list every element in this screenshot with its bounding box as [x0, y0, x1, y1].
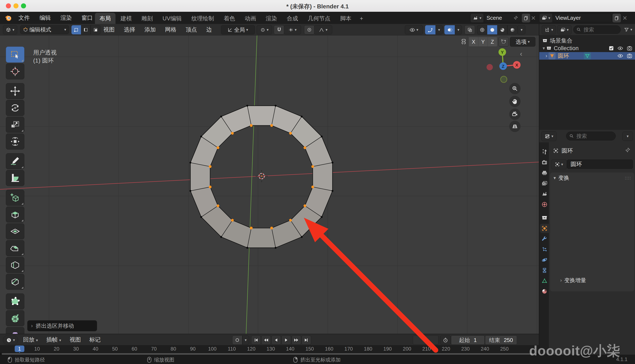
tool-poly-build-button[interactable]: [6, 294, 24, 310]
mirror-icon[interactable]: [460, 37, 468, 46]
shading-rendered-button[interactable]: [507, 25, 518, 34]
tool-cursor-button[interactable]: [6, 64, 24, 79]
properties-tab-output[interactable]: [540, 168, 549, 178]
workspace-tab[interactable]: 布局: [95, 13, 116, 24]
proportional-edit-toggle[interactable]: [304, 25, 314, 34]
current-frame-field[interactable]: 1: [413, 336, 438, 345]
mirror-x-button[interactable]: X: [469, 37, 478, 46]
properties-tab-render[interactable]: [540, 158, 549, 167]
properties-tab-scene[interactable]: [540, 189, 549, 198]
jump-end-button[interactable]: [302, 336, 311, 345]
select-mode-edge-button[interactable]: [81, 25, 91, 34]
viewport-3d[interactable]: [0, 35, 539, 334]
topbar-menu-item[interactable]: 窗口: [82, 14, 93, 22]
outliner-editor-dropdown[interactable]: ▾: [542, 25, 556, 34]
tool-inset-faces-button[interactable]: [6, 223, 24, 239]
visibility-dropdown[interactable]: ▾: [405, 25, 423, 34]
properties-tab-view-layer[interactable]: [540, 179, 549, 188]
tool-measure-button[interactable]: [6, 170, 24, 186]
eye-icon[interactable]: [617, 45, 623, 51]
checkbox-icon[interactable]: [608, 46, 614, 51]
blender-logo[interactable]: [4, 14, 12, 22]
tool-knife-button[interactable]: [6, 274, 24, 290]
tool-extrude-region-button[interactable]: [6, 206, 24, 222]
tool-spin-button[interactable]: [6, 310, 24, 326]
outliner-row-collection[interactable]: ▾ Collection: [539, 44, 635, 52]
properties-tab-object-data[interactable]: [540, 276, 549, 286]
scene-type-dropdown[interactable]: ▾: [470, 14, 484, 23]
xray-toggle[interactable]: [464, 25, 475, 34]
object-id-dropdown[interactable]: ▾: [551, 160, 567, 169]
tool-loop-cut-button[interactable]: [6, 257, 24, 273]
show-gizmo-toggle[interactable]: [425, 25, 436, 34]
workspace-tab[interactable]: 合成: [282, 13, 303, 24]
topbar-menu-item[interactable]: 渲染: [60, 14, 72, 22]
timeline-editor-dropdown[interactable]: ▾: [3, 336, 18, 345]
viewlayer-type-dropdown[interactable]: ▾: [539, 14, 553, 23]
properties-tab-material[interactable]: [540, 287, 549, 296]
eye-icon[interactable]: [617, 53, 623, 59]
proportional-falloff-dropdown[interactable]: ▾: [314, 25, 332, 34]
shading-settings-dropdown[interactable]: ▾: [518, 25, 526, 34]
tool-rotate-button[interactable]: [6, 100, 24, 116]
workspace-tab[interactable]: 渲染: [261, 13, 282, 24]
disclosure-icon[interactable]: ▾: [542, 46, 545, 51]
outliner-filter-dropdown[interactable]: ▾: [557, 25, 572, 34]
zoom-button[interactable]: [509, 83, 520, 94]
frame-end-field[interactable]: 结束 250: [485, 336, 517, 345]
keying-set-dropdown[interactable]: ▾: [242, 336, 249, 345]
properties-options-dropdown[interactable]: ▾: [622, 132, 633, 141]
remove-viewlayer-button[interactable]: ✕: [622, 15, 627, 22]
viewlayer-name-field[interactable]: ViewLayer: [553, 14, 612, 22]
use-preview-range-toggle[interactable]: [440, 336, 451, 345]
properties-tab-physics[interactable]: [540, 255, 549, 264]
editor-type-dropdown[interactable]: ▾: [3, 25, 17, 34]
select-mode-vertex-button[interactable]: [72, 25, 81, 34]
properties-tab-tool[interactable]: [540, 147, 549, 156]
add-workspace-button[interactable]: +: [356, 14, 367, 24]
outliner-search-input[interactable]: [583, 26, 616, 33]
play-reverse-button[interactable]: [271, 336, 281, 345]
timeline-ruler[interactable]: 1 10203040506070809010011012013014015016…: [0, 345, 539, 353]
properties-tab-object[interactable]: [540, 224, 549, 233]
camera-icon[interactable]: [626, 53, 632, 59]
properties-tab-modifiers[interactable]: [540, 234, 549, 244]
prev-keyframe-button[interactable]: [261, 336, 271, 345]
transform-deltas-subpanel[interactable]: › 变换增量: [560, 277, 586, 284]
shading-material-button[interactable]: [497, 25, 507, 34]
overlays-settings-dropdown[interactable]: ▾: [455, 25, 462, 34]
properties-tab-world[interactable]: [540, 200, 549, 209]
workspace-tab[interactable]: 脚本: [336, 13, 356, 24]
workspace-tab[interactable]: 动画: [240, 13, 261, 24]
object-name-field[interactable]: 圆环: [567, 160, 633, 169]
workspace-tab[interactable]: 纹理绘制: [187, 13, 219, 24]
frame-start-field[interactable]: 起始 1: [451, 336, 485, 345]
viewport-menu-item[interactable]: 网格: [165, 26, 176, 34]
pin-icon[interactable]: [625, 147, 630, 153]
properties-tab-constraints[interactable]: [540, 266, 549, 275]
scrollbar-handle[interactable]: [2, 353, 535, 355]
transform-orientation-dropdown[interactable]: 全局 ▾: [221, 25, 255, 34]
timeline-menu-item[interactable]: 回放 ▾: [23, 336, 38, 344]
snap-toggle-button[interactable]: [274, 25, 284, 34]
viewport-menu-item[interactable]: 边: [206, 26, 212, 34]
workspace-tab[interactable]: UV编辑: [158, 13, 186, 24]
shading-wireframe-button[interactable]: [477, 25, 487, 34]
properties-tab-collection[interactable]: [540, 213, 549, 222]
outliner-filter-funnel-dropdown[interactable]: ▾: [622, 25, 634, 34]
auto-key-toggle[interactable]: [232, 336, 242, 345]
new-scene-button[interactable]: [522, 14, 530, 23]
tool-select-box-button[interactable]: [6, 46, 24, 62]
viewport-menu-item[interactable]: 选择: [124, 26, 135, 34]
sidebar-collapse-icon[interactable]: ‹: [520, 50, 522, 58]
camera-icon[interactable]: [626, 45, 632, 51]
transform-panel-header[interactable]: ▾ 变换 ::::: [554, 174, 631, 182]
grid-ortho-button[interactable]: [509, 121, 520, 132]
workspace-tab[interactable]: 建模: [116, 13, 136, 24]
viewport-menu-item[interactable]: 视图: [103, 26, 115, 34]
outliner-row-scene-collection[interactable]: 场景集合: [539, 37, 635, 44]
tool-move-button[interactable]: [6, 83, 24, 99]
properties-search-input[interactable]: [576, 133, 608, 140]
pin-icon[interactable]: [514, 16, 518, 20]
tool-add-cube-button[interactable]: [6, 190, 24, 206]
